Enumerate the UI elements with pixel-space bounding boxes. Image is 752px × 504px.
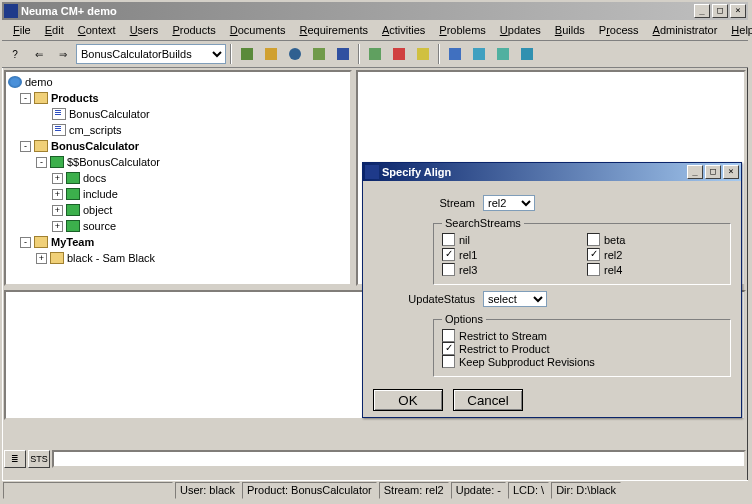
menu-requirements[interactable]: Requirements [292,22,375,38]
tree-label: source [83,220,116,232]
status-update: Update: - [451,482,506,499]
search-streams-group: SearchStreams nil beta ✓rel1 ✓rel2 rel3 … [433,217,731,285]
tool-icon-9[interactable] [444,43,466,65]
tool-icon-7[interactable] [388,43,410,65]
help-icon[interactable]: ? [4,43,26,65]
collapse-icon[interactable]: - [36,157,47,168]
tree-myteam[interactable]: -MyTeam [8,234,348,250]
document-icon [52,124,66,136]
tool-icon-5[interactable] [332,43,354,65]
update-status-select[interactable]: select [483,291,547,307]
tree-products[interactable]: -Products [8,90,348,106]
expand-icon[interactable]: + [52,221,63,232]
menu-users[interactable]: Users [123,22,166,38]
window-title: Neuma CM+ demo [21,5,694,17]
tool-icon-1[interactable] [236,43,258,65]
tool-icon-4[interactable] [308,43,330,65]
menu-problems[interactable]: Problems [432,22,492,38]
tree: demo -Products BonusCalculator cm_script… [6,72,350,268]
stream-select[interactable]: rel2 [483,195,535,211]
collapse-icon[interactable]: - [20,93,31,104]
tree-bonuscalc-node[interactable]: -BonusCalculator [8,138,348,154]
toolbar-separator-3 [438,44,440,64]
status-stream: Stream: rel2 [379,482,449,499]
tool-icon-10[interactable] [468,43,490,65]
menu-context[interactable]: Context [71,22,123,38]
tool-icon-2[interactable] [260,43,282,65]
checkbox-icon [587,263,600,276]
close-button[interactable]: × [730,4,746,18]
check-rel3[interactable]: rel3 [442,263,577,276]
folder-green-icon [66,220,80,232]
check-rel4[interactable]: rel4 [587,263,722,276]
menu-help[interactable]: Help [724,22,752,38]
document-icon [52,108,66,120]
check-beta[interactable]: beta [587,233,722,246]
tool-icon-8[interactable] [412,43,434,65]
expand-icon[interactable]: + [52,189,63,200]
tool-icon-11[interactable] [492,43,514,65]
specify-align-dialog: Specify Align _ □ × Stream rel2 SearchSt… [362,162,742,418]
check-restrict-product[interactable]: ✓Restrict to Product [442,342,722,355]
back-icon[interactable]: ⇐ [28,43,50,65]
tree-source[interactable]: +source [8,218,348,234]
globe-icon [8,76,22,88]
command-input[interactable] [52,450,746,468]
expand-icon[interactable]: + [52,205,63,216]
minimize-button[interactable]: _ [694,4,710,18]
tree-label: cm_scripts [69,124,122,136]
tool-icon-3[interactable] [284,43,306,65]
tree-bonuscalc[interactable]: BonusCalculator [8,106,348,122]
check-rel1[interactable]: ✓rel1 [442,248,577,261]
menu-administrator[interactable]: Administrator [646,22,725,38]
check-rel2[interactable]: ✓rel2 [587,248,722,261]
status-dir: Dir: D:\black [551,482,621,499]
menu-updates[interactable]: Updates [493,22,548,38]
toolbar-separator-2 [358,44,360,64]
titlebar: Neuma CM+ demo _ □ × [2,2,748,20]
tree-panel[interactable]: demo -Products BonusCalculator cm_script… [4,70,352,286]
collapse-icon[interactable]: - [20,237,31,248]
menu-products[interactable]: Products [165,22,222,38]
maximize-button[interactable]: □ [712,4,728,18]
collapse-icon[interactable]: - [20,141,31,152]
tree-label: $$BonusCalculator [67,156,160,168]
menu-builds[interactable]: Builds [548,22,592,38]
tree-include[interactable]: +include [8,186,348,202]
tree-dollarbonus[interactable]: -$$BonusCalculator [8,154,348,170]
menu-process[interactable]: Process [592,22,646,38]
update-status-row: UpdateStatus select [373,291,731,307]
build-combo[interactable]: BonusCalculatorBuilds [76,44,226,64]
cancel-button[interactable]: Cancel [453,389,523,411]
tree-label: MyTeam [51,236,94,248]
ok-button[interactable]: OK [373,389,443,411]
expand-icon[interactable]: + [36,253,47,264]
check-restrict-stream[interactable]: Restrict to Stream [442,329,722,342]
tree-root[interactable]: demo [8,74,348,90]
tree-cmscripts[interactable]: cm_scripts [8,122,348,138]
check-nil[interactable]: nil [442,233,577,246]
menu-edit[interactable]: Edit [38,22,71,38]
tree-docs[interactable]: +docs [8,170,348,186]
folder-icon [34,140,48,152]
tree-label: BonusCalculator [69,108,150,120]
menu-activities[interactable]: Activities [375,22,432,38]
tree-object[interactable]: +object [8,202,348,218]
dialog-close-button[interactable]: × [723,165,739,179]
dialog-title: Specify Align [382,166,687,178]
cmd-btn-1[interactable]: ≣ [4,450,26,468]
menu-documents[interactable]: Documents [223,22,293,38]
dialog-titlebar: Specify Align _ □ × [363,163,741,181]
dialog-maximize-button[interactable]: □ [705,165,721,179]
tree-black[interactable]: +black - Sam Black [8,250,348,266]
dialog-minimize-button[interactable]: _ [687,165,703,179]
expand-icon[interactable]: + [52,173,63,184]
menu-file[interactable]: File [6,22,38,38]
search-streams-legend: SearchStreams [442,217,524,229]
forward-icon[interactable]: ⇒ [52,43,74,65]
tool-icon-6[interactable] [364,43,386,65]
cmd-btn-2[interactable]: STS [28,450,50,468]
check-keep-subproduct[interactable]: Keep Subproduct Revisions [442,355,722,368]
command-bar: ≣ STS [2,448,748,470]
tool-icon-12[interactable] [516,43,538,65]
